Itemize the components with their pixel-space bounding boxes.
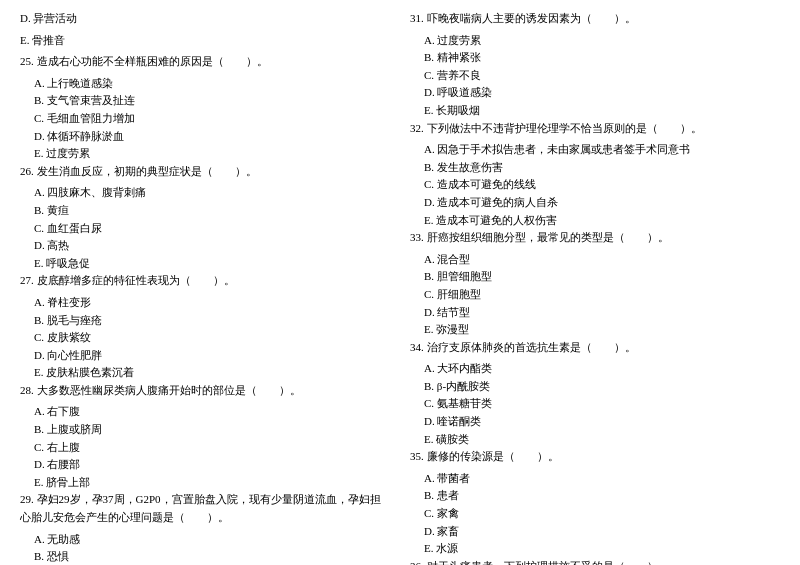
option-item: D. 结节型 — [410, 304, 780, 322]
option-item: B. 胆管细胞型 — [410, 268, 780, 286]
option-item: C. 氨基糖苷类 — [410, 395, 780, 413]
question-item: 28. 大多数恶性幽尿类病人腹痛开始时的部位是（ ）。 — [20, 382, 390, 400]
question-item: 34. 治疗支原体肺炎的首选抗生素是（ ）。 — [410, 339, 780, 357]
option-item: C. 肝细胞型 — [410, 286, 780, 304]
option-item: D. 右腰部 — [20, 456, 390, 474]
option-item: C. 毛细血管阻力增加 — [20, 110, 390, 128]
page: D. 异营活动E. 骨推音25. 造成右心功能不全样瓶困难的原因是（ ）。A. … — [20, 10, 780, 565]
option-item: B. 上腹或脐周 — [20, 421, 390, 439]
option-item: A. 因急于手术拟告患者，未由家属或患者签手术同意书 — [410, 141, 780, 159]
question-item: 27. 皮底醇增多症的特征性表现为（ ）。 — [20, 272, 390, 290]
option-item: B. β-内酰胺类 — [410, 378, 780, 396]
option-item: D. 喹诺酮类 — [410, 413, 780, 431]
question-item: 31. 吓晚夜喘病人主要的诱发因素为（ ）。 — [410, 10, 780, 28]
option-item: E. 呼吸急促 — [20, 255, 390, 273]
option-item: A. 脊柱变形 — [20, 294, 390, 312]
option-item: D. 高热 — [20, 237, 390, 255]
option-item: B. 患者 — [410, 487, 780, 505]
option-item: D. 体循环静脉淤血 — [20, 128, 390, 146]
option-item: B. 支气管束营及扯连 — [20, 92, 390, 110]
option-item: B. 精神紧张 — [410, 49, 780, 67]
option-item: A. 四肢麻木、腹背刺痛 — [20, 184, 390, 202]
option-item: B. 发生故意伤害 — [410, 159, 780, 177]
option-item: E. 造成本可避免的人权伤害 — [410, 212, 780, 230]
question-item: 36. 对于头痛患者，下列护理措施不妥的是（ ）。 — [410, 558, 780, 565]
option-item: D. 造成本可避免的病人自杀 — [410, 194, 780, 212]
question-item: D. 异营活动 — [20, 10, 390, 28]
question-item: 29. 孕妇29岁，孕37周，G2P0，宫置胎盘入院，现有少量阴道流血，孕妇担心… — [20, 491, 390, 526]
option-item: A. 带菌者 — [410, 470, 780, 488]
question-item: 32. 下列做法中不违背护理伦理学不恰当原则的是（ ）。 — [410, 120, 780, 138]
option-item: E. 弥漫型 — [410, 321, 780, 339]
option-item: E. 长期吸烟 — [410, 102, 780, 120]
content-columns: D. 异营活动E. 骨推音25. 造成右心功能不全样瓶困难的原因是（ ）。A. … — [20, 10, 780, 565]
option-item: C. 营养不良 — [410, 67, 780, 85]
option-item: E. 脐骨上部 — [20, 474, 390, 492]
option-item: C. 家禽 — [410, 505, 780, 523]
option-item: B. 恐惧 — [20, 548, 390, 565]
left-column: D. 异营活动E. 骨推音25. 造成右心功能不全样瓶困难的原因是（ ）。A. … — [20, 10, 390, 565]
question-item: 25. 造成右心功能不全样瓶困难的原因是（ ）。 — [20, 53, 390, 71]
option-item: C. 右上腹 — [20, 439, 390, 457]
question-item: 33. 肝癌按组织细胞分型，最常见的类型是（ ）。 — [410, 229, 780, 247]
option-item: D. 家畜 — [410, 523, 780, 541]
question-item: 35. 廉修的传染源是（ ）。 — [410, 448, 780, 466]
option-item: C. 皮肤紫纹 — [20, 329, 390, 347]
option-item: B. 黄疸 — [20, 202, 390, 220]
option-item: B. 脱毛与痤疮 — [20, 312, 390, 330]
right-column: 31. 吓晚夜喘病人主要的诱发因素为（ ）。A. 过度劳累B. 精神紧张C. 营… — [410, 10, 780, 565]
option-item: E. 皮肤粘膜色素沉着 — [20, 364, 390, 382]
option-item: A. 过度劳累 — [410, 32, 780, 50]
option-item: E. 过度劳累 — [20, 145, 390, 163]
option-item: D. 向心性肥胖 — [20, 347, 390, 365]
option-item: E. 磺胺类 — [410, 431, 780, 449]
question-item: 26. 发生消血反应，初期的典型症状是（ ）。 — [20, 163, 390, 181]
question-item: E. 骨推音 — [20, 32, 390, 50]
option-item: A. 上行晚道感染 — [20, 75, 390, 93]
option-item: C. 造成本可避免的线线 — [410, 176, 780, 194]
option-item: C. 血红蛋白尿 — [20, 220, 390, 238]
option-item: D. 呼吸道感染 — [410, 84, 780, 102]
option-item: A. 无助感 — [20, 531, 390, 549]
option-item: A. 大环内酯类 — [410, 360, 780, 378]
option-item: E. 水源 — [410, 540, 780, 558]
option-item: A. 右下腹 — [20, 403, 390, 421]
option-item: A. 混合型 — [410, 251, 780, 269]
